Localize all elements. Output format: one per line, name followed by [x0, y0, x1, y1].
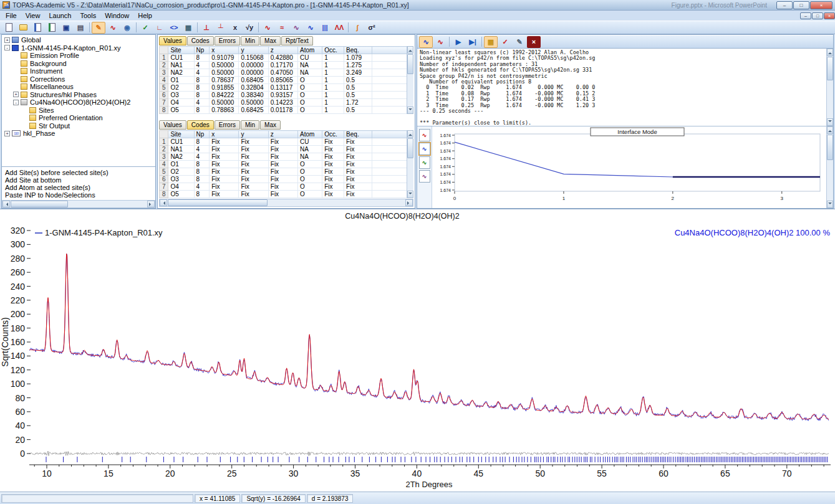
cell[interactable]: O: [298, 99, 322, 107]
cell[interactable]: 0.91079: [210, 54, 239, 62]
open-file-button[interactable]: [16, 22, 30, 34]
hkl-ticks-button[interactable]: |||: [318, 22, 332, 34]
column-header[interactable]: z: [268, 131, 297, 138]
console-vscrollbar[interactable]: [826, 49, 833, 126]
row-number[interactable]: 4: [160, 77, 168, 84]
column-header[interactable]: Site: [168, 131, 194, 138]
cell[interactable]: O3: [168, 92, 194, 99]
cell[interactable]: Fix: [322, 191, 344, 198]
cell[interactable]: Fix: [268, 176, 297, 183]
tree-expander[interactable]: +: [13, 92, 19, 97]
column-header[interactable]: y: [239, 131, 268, 138]
sites-vscrollbar[interactable]: [407, 46, 413, 114]
column-header[interactable]: Atom: [298, 131, 322, 138]
cell[interactable]: NA: [298, 153, 322, 161]
cell[interactable]: CU: [298, 138, 322, 146]
cell[interactable]: Fix: [268, 161, 297, 168]
scroll-right-button[interactable]: [147, 201, 155, 207]
row-number[interactable]: 4: [160, 161, 168, 168]
cell[interactable]: Fix: [322, 161, 344, 168]
thumb-misc-chart[interactable]: ∿: [419, 170, 430, 183]
cell[interactable]: 0.5: [344, 92, 372, 99]
action-add-site-s-before-selected-site-s[interactable]: Add Site(s) before selected site(s): [5, 169, 155, 176]
cell[interactable]: 8: [194, 191, 210, 198]
cell[interactable]: 4: [194, 62, 210, 69]
row-number[interactable]: 3: [160, 69, 168, 77]
cell[interactable]: 0.68405: [239, 77, 268, 84]
scroll-down-button[interactable]: [827, 201, 833, 208]
scrollbar-thumb[interactable]: [168, 199, 268, 206]
cell[interactable]: 1.72: [344, 99, 372, 107]
cell[interactable]: 8: [194, 107, 210, 114]
cell[interactable]: Fix: [210, 168, 239, 176]
cell[interactable]: 8: [194, 77, 210, 84]
tree-item[interactable]: Corrections: [2, 75, 155, 83]
child-close-button[interactable]: ×: [824, 12, 835, 19]
menu-view[interactable]: View: [21, 11, 45, 20]
cell[interactable]: NA2: [168, 153, 194, 161]
cell[interactable]: 0.17170: [268, 62, 297, 69]
row-number[interactable]: 1: [160, 54, 168, 62]
cell[interactable]: Fix: [268, 138, 297, 146]
scrollbar-thumb[interactable]: [827, 57, 833, 80]
cell[interactable]: 0.42880: [268, 54, 297, 62]
cell[interactable]: Fix: [322, 138, 344, 146]
scrollbar-thumb[interactable]: [827, 135, 833, 160]
action-add-atom-at-selected-site-s[interactable]: Add Atom at selected site(s): [5, 184, 155, 191]
tree-item[interactable]: Emission Profile: [2, 52, 155, 60]
baseline2-button[interactable]: ┴: [214, 22, 228, 34]
cell[interactable]: CU1: [168, 138, 194, 146]
sqrt-button[interactable]: √y: [243, 22, 256, 34]
cell[interactable]: O: [298, 77, 322, 84]
thumb-fit-chart[interactable]: ∿: [419, 129, 430, 141]
cell[interactable]: 0.13117: [268, 84, 297, 92]
integral-button[interactable]: ∫: [350, 22, 364, 34]
code-button[interactable]: <>: [167, 22, 181, 34]
tree-expander[interactable]: +: [4, 37, 10, 43]
cell[interactable]: Fix: [322, 146, 344, 153]
cell[interactable]: 1: [322, 99, 344, 107]
cell[interactable]: Fix: [344, 176, 372, 183]
cell[interactable]: 8: [194, 92, 210, 99]
cell[interactable]: Fix: [268, 183, 297, 191]
scroll-left-button[interactable]: [160, 199, 167, 206]
tree-item[interactable]: Background: [2, 60, 155, 68]
cell[interactable]: 0.93157: [268, 92, 297, 99]
tab-errors[interactable]: Errors: [215, 36, 240, 45]
scroll-up-button[interactable]: [827, 49, 833, 56]
scroll-up-button[interactable]: [407, 46, 413, 54]
row-number[interactable]: 7: [160, 99, 168, 107]
check-chart-button[interactable]: ✓: [138, 22, 152, 34]
cell[interactable]: 1.275: [344, 62, 372, 69]
cell[interactable]: 8: [194, 161, 210, 168]
cell[interactable]: Fix: [210, 146, 239, 153]
cell[interactable]: 4: [194, 183, 210, 191]
tab-max[interactable]: Max: [260, 36, 281, 45]
column-header[interactable]: Np: [194, 131, 210, 138]
close-fit-button[interactable]: ×: [527, 36, 541, 48]
tab-max[interactable]: Max: [260, 120, 281, 130]
step-button[interactable]: ▶|: [466, 36, 480, 48]
cell[interactable]: O: [298, 84, 322, 92]
close-button[interactable]: ×: [810, 1, 833, 9]
cell[interactable]: NA: [298, 146, 322, 153]
column-header[interactable]: Site: [168, 47, 194, 54]
row-number[interactable]: 5: [160, 84, 168, 92]
cell[interactable]: 1: [322, 69, 344, 77]
column-header[interactable]: Occ.: [322, 131, 344, 138]
scrollbar-track[interactable]: [827, 56, 833, 118]
scrollbar-track[interactable]: [167, 199, 405, 206]
tab-values[interactable]: Values: [159, 36, 186, 45]
cell[interactable]: Fix: [344, 138, 372, 146]
cell[interactable]: O2: [168, 168, 194, 176]
cell[interactable]: Fix: [268, 168, 297, 176]
cell[interactable]: NA: [298, 69, 322, 77]
grid-view-button[interactable]: ▦: [484, 36, 498, 48]
cell[interactable]: Fix: [239, 176, 268, 183]
sites-hscrollbar[interactable]: [159, 199, 413, 207]
scroll-down-button[interactable]: [407, 191, 413, 198]
tree-item[interactable]: +Global: [2, 36, 155, 44]
cell[interactable]: Fix: [268, 153, 297, 161]
cell[interactable]: 3.249: [344, 69, 372, 77]
action-paste-inp-to-node-selections[interactable]: Paste INP to Node/Selections: [5, 191, 155, 199]
